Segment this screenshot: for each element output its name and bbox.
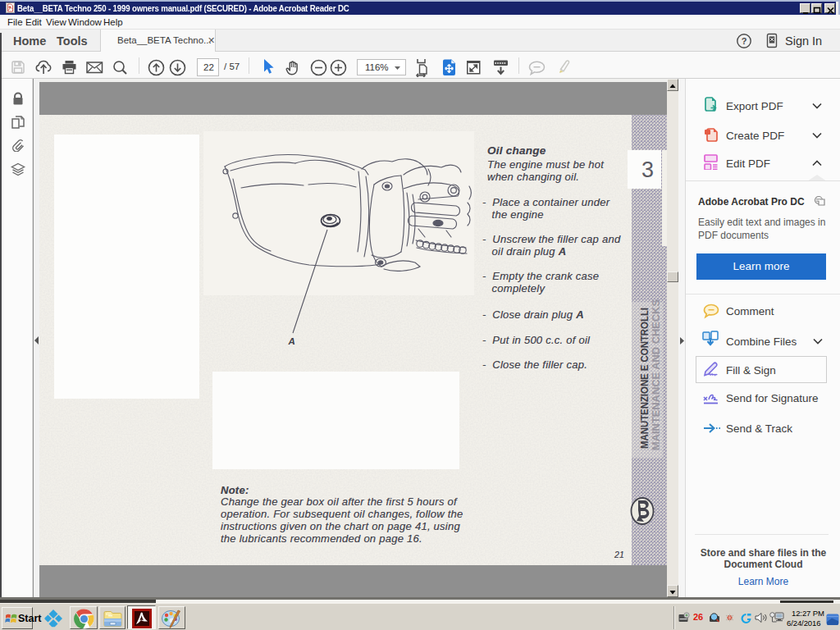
svg-text:MAINTENANCE AND CHECKS: MAINTENANCE AND CHECKS (651, 299, 662, 450)
svg-text:?: ? (742, 36, 747, 46)
svg-text:A: A (287, 336, 295, 345)
svg-text:MANUTENZIONE E CONTROLLI: MANUTENZIONE E CONTROLLI (638, 308, 651, 449)
